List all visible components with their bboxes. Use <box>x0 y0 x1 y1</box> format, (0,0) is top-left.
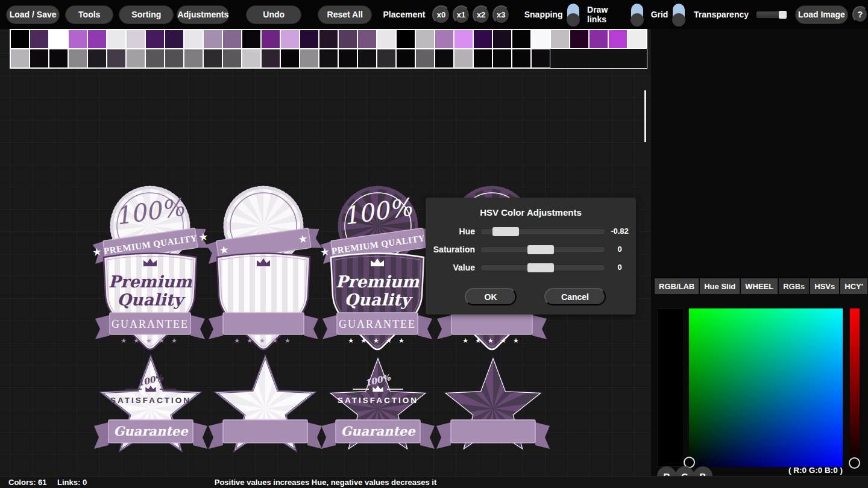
tab-hcy[interactable]: HCY' <box>840 278 867 294</box>
palette-swatch[interactable] <box>126 49 145 68</box>
placement-x2-button[interactable]: x2 <box>473 5 490 24</box>
palette-swatch[interactable] <box>473 49 492 68</box>
palette-swatch[interactable] <box>184 30 203 49</box>
badge-shield-light-blank[interactable]: ★ ★ ★ ★ ★ <box>206 249 321 354</box>
tab-wheel[interactable]: WHEEL <box>741 278 778 294</box>
palette-swatch[interactable] <box>10 30 30 49</box>
tab-rgb-lab[interactable]: RGB/LAB <box>655 278 699 294</box>
palette-swatch[interactable] <box>165 49 184 68</box>
snapping-toggle[interactable] <box>567 4 579 27</box>
sorting-button[interactable]: Sorting <box>119 5 174 24</box>
palette-swatch[interactable] <box>415 49 435 68</box>
tab-hsvs[interactable]: HSVs <box>810 278 839 294</box>
palette-swatch[interactable] <box>550 30 570 49</box>
palette-swatch[interactable] <box>512 49 531 68</box>
palette-swatch[interactable] <box>242 49 261 68</box>
help-button[interactable]: ? <box>852 6 868 23</box>
palette-swatch[interactable] <box>126 30 145 49</box>
palette-swatch[interactable] <box>319 49 338 68</box>
palette-swatch[interactable] <box>454 30 473 49</box>
draw-links-toggle[interactable] <box>631 4 643 27</box>
palette-swatch[interactable] <box>300 49 319 68</box>
palette-swatch[interactable] <box>68 49 87 68</box>
palette-swatch[interactable] <box>319 30 338 49</box>
palette-swatch[interactable] <box>473 30 492 49</box>
palette-swatch[interactable] <box>203 30 222 49</box>
badge-shield-dark-labeled[interactable]: Premium Quality GUARANTEE ★ ★ ★ ★ ★ <box>320 249 435 354</box>
palette-swatch[interactable] <box>68 30 87 49</box>
cancel-button[interactable]: Cancel <box>544 288 606 305</box>
palette-swatch[interactable] <box>49 30 68 49</box>
palette-swatch[interactable] <box>531 30 550 49</box>
palette-swatch[interactable] <box>280 30 300 49</box>
palette-swatch[interactable] <box>261 30 280 49</box>
palette-swatch[interactable] <box>435 49 454 68</box>
hue-slider-handle[interactable] <box>492 227 519 236</box>
palette-swatch[interactable] <box>396 30 415 49</box>
saturation-slider[interactable] <box>480 246 605 253</box>
palette-swatch[interactable] <box>377 49 396 68</box>
palette-swatch[interactable] <box>222 30 242 49</box>
badge-star-light-labeled[interactable]: 100% SATISFACTION Guarantee <box>90 351 211 463</box>
grid-toggle[interactable] <box>673 4 684 27</box>
palette-swatch[interactable] <box>145 30 165 49</box>
palette-swatch[interactable] <box>30 30 49 49</box>
palette-swatch[interactable] <box>396 49 415 68</box>
saturation-slider-handle[interactable] <box>527 245 554 254</box>
palette-swatch[interactable] <box>492 49 512 68</box>
load-save-button[interactable]: Load / Save <box>6 5 60 24</box>
badge-shield-light-labeled[interactable]: Premium Quality GUARANTEE ★ ★ ★ ★ ★ <box>93 249 207 354</box>
hue-slider[interactable] <box>480 228 605 235</box>
value-slider-handle[interactable] <box>527 263 554 272</box>
palette-swatch[interactable] <box>512 30 531 49</box>
palette-swatch[interactable] <box>222 49 242 68</box>
red-channel-strip[interactable] <box>657 308 684 467</box>
tools-button[interactable]: Tools <box>65 5 113 24</box>
palette-swatch[interactable] <box>107 49 126 68</box>
undo-button[interactable]: Undo <box>246 5 301 24</box>
palette-swatch[interactable] <box>377 30 396 49</box>
palette-swatch[interactable] <box>531 49 550 68</box>
palette-swatch[interactable] <box>357 30 377 49</box>
palette-swatch[interactable] <box>492 30 512 49</box>
red-strip-cursor[interactable] <box>849 457 860 469</box>
palette-swatch[interactable] <box>435 30 454 49</box>
load-image-button[interactable]: Load Image <box>795 5 848 24</box>
palette-swatch[interactable] <box>627 30 647 49</box>
palette-swatch[interactable] <box>280 49 300 68</box>
badge-star-dark-blank[interactable] <box>433 351 553 463</box>
canvas-scroll-indicator[interactable] <box>644 90 646 142</box>
ok-button[interactable]: OK <box>465 288 517 305</box>
red-value-strip[interactable] <box>850 308 860 467</box>
palette-swatch[interactable] <box>608 30 627 49</box>
tab-hue-slider[interactable]: Hue Slid <box>700 278 740 294</box>
palette-swatch[interactable] <box>338 49 357 68</box>
palette-swatch[interactable] <box>570 30 589 49</box>
palette-swatch[interactable] <box>338 30 357 49</box>
palette-swatch[interactable] <box>30 49 49 68</box>
palette-swatch[interactable] <box>454 49 473 68</box>
palette-swatch[interactable] <box>49 49 68 68</box>
reset-all-button[interactable]: Reset All <box>318 5 372 24</box>
badge-star-dark-labeled[interactable]: 100% SATISFACTION Guarantee <box>318 351 438 463</box>
placement-x3-button[interactable]: x3 <box>492 5 510 24</box>
palette-swatch[interactable] <box>589 30 608 49</box>
palette-swatch[interactable] <box>184 49 203 68</box>
placement-x0-button[interactable]: x0 <box>432 5 450 24</box>
value-slider[interactable] <box>480 264 605 271</box>
transparency-slider[interactable] <box>756 11 785 18</box>
transparency-slider-handle[interactable] <box>779 11 787 19</box>
palette-swatch[interactable] <box>415 30 435 49</box>
palette-swatch[interactable] <box>87 49 107 68</box>
palette-swatch[interactable] <box>10 49 30 68</box>
green-blue-gradient-field[interactable] <box>689 308 843 467</box>
palette-swatch[interactable] <box>203 49 222 68</box>
placement-x1-button[interactable]: x1 <box>453 5 470 24</box>
palette-swatch[interactable] <box>107 30 126 49</box>
palette-swatch[interactable] <box>145 49 165 68</box>
palette-swatch[interactable] <box>357 49 377 68</box>
palette-swatch[interactable] <box>261 49 280 68</box>
palette-swatch[interactable] <box>300 30 319 49</box>
tab-rgbs[interactable]: RGBs <box>779 278 809 294</box>
palette-swatch[interactable] <box>165 30 184 49</box>
